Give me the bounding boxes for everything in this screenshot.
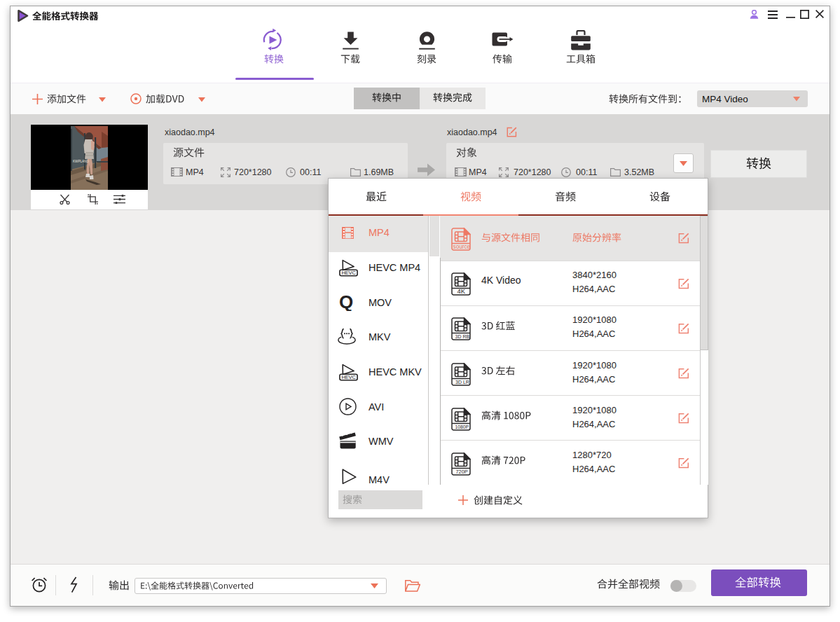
svg-text:source: source — [453, 244, 471, 250]
svg-text:HEVC: HEVC — [341, 270, 356, 276]
svg-text:720P: 720P — [456, 469, 468, 475]
svg-text:1080P: 1080P — [455, 424, 469, 429]
svg-text:3D LR: 3D LR — [455, 380, 469, 385]
svg-text:4K: 4K — [457, 287, 466, 295]
svg-text:Q: Q — [339, 293, 353, 311]
svg-text:KWPLAND: KWPLAND — [73, 160, 89, 163]
svg-text:HEVC: HEVC — [341, 374, 356, 380]
svg-text:3D RB: 3D RB — [455, 334, 470, 339]
